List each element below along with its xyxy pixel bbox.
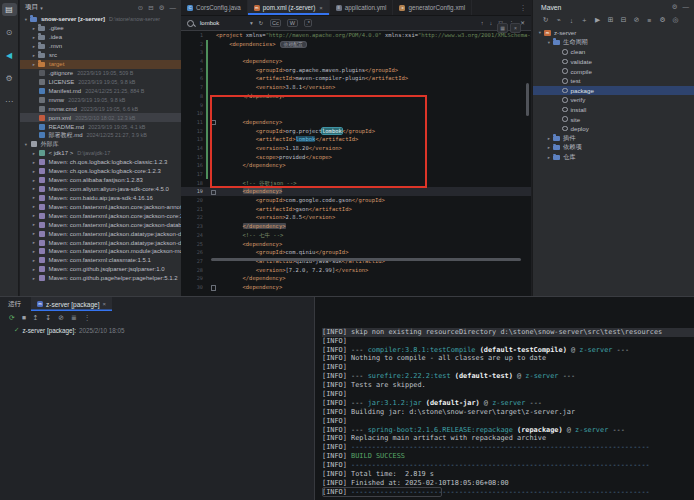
project-tree-item[interactable]: 部署教程.md2024/12/25 21:27, 3.9 kB	[20, 131, 181, 140]
previous-occurrence-icon[interactable]: ↥	[33, 314, 39, 322]
maven-tree-item[interactable]: site	[533, 114, 694, 124]
project-panel-title[interactable]: 项目	[25, 3, 38, 12]
maven-tree-item[interactable]: ▾生命周期	[533, 38, 694, 48]
code-line[interactable]: 16 </dependency>	[181, 161, 531, 170]
inspections-icon[interactable]: ▦	[497, 23, 508, 33]
expand-arrow-icon[interactable]: ▾	[537, 30, 543, 35]
project-tree-item[interactable]: ▸Maven: com.fasterxml.jackson.core:jacks…	[20, 211, 181, 220]
project-tree-item[interactable]: ▸Maven: com.aliyun:aliyun-java-sdk-core:…	[20, 185, 181, 194]
code-line[interactable]: 19 <dependency>	[181, 187, 531, 196]
hide-widget-icon[interactable]: ×	[510, 23, 521, 33]
code-line[interactable]: 24 <!-- 七牛 -->	[181, 231, 531, 240]
code-line[interactable]: 26 <groupId>com.qiniu</groupId>	[181, 248, 531, 257]
tabs-more-icon[interactable]: ⋮	[515, 0, 531, 15]
code-line[interactable]: 17	[181, 170, 531, 179]
expand-arrow-icon[interactable]: ▸	[546, 136, 552, 141]
project-tree-item[interactable]: ▸.mvn	[20, 42, 181, 51]
code-line[interactable]: 15 <scope>provided</scope>	[181, 153, 531, 162]
console-prompt-box[interactable]	[322, 487, 442, 497]
generate-sources-icon[interactable]: ⌁	[554, 16, 563, 24]
expand-arrow-icon[interactable]: ▸	[31, 213, 37, 218]
project-tree-item[interactable]: Manifest.md2024/12/25 21:25, 884 B	[20, 86, 181, 95]
vertical-scrollbar[interactable]	[526, 83, 529, 116]
maven-tree-item[interactable]: ▸依赖项	[533, 143, 694, 153]
code-line[interactable]: 8 </dependency>	[181, 92, 531, 101]
expand-arrow-icon[interactable]: ▾	[23, 142, 29, 147]
collapse-all-icon[interactable]: ⊟	[148, 4, 153, 11]
maven-tree-item[interactable]: test	[533, 76, 694, 86]
stop-icon[interactable]: ■	[22, 314, 26, 322]
project-tree-item[interactable]: ▸Maven: com.fasterxml.jackson.datatype:j…	[20, 229, 181, 238]
match-case-icon[interactable]: Cc	[270, 19, 282, 27]
settings-icon[interactable]: ⚙	[2, 72, 17, 85]
expand-arrow-icon[interactable]: ▸	[31, 35, 37, 40]
project-tree-item[interactable]: ▸< jdk17 >D:\java\jdk-17	[20, 149, 181, 158]
expand-arrow-icon[interactable]: ▸	[546, 155, 552, 160]
search-history-icon[interactable]: ▾	[250, 20, 253, 26]
expand-arrow-icon[interactable]: ▾	[546, 40, 552, 45]
editor-tab[interactable]: ≡application.yml	[330, 0, 394, 15]
expand-arrow-icon[interactable]: ▸	[31, 258, 37, 263]
editor-tab[interactable]: mpom.xml (z-server)×	[248, 0, 330, 15]
horizontal-scrollbar[interactable]	[211, 258, 521, 261]
project-tree-item[interactable]: ▸target	[20, 60, 181, 69]
expand-arrow-icon[interactable]: ▸	[31, 62, 37, 67]
code-line[interactable]: 3	[181, 48, 531, 57]
code-line[interactable]: 7 <version>3.8.1</version>	[181, 83, 531, 92]
rerun-icon[interactable]: ⟳	[9, 314, 15, 322]
project-tree-item[interactable]: ▾外部库	[20, 140, 181, 149]
whole-words-icon[interactable]: W	[287, 19, 297, 27]
maven-tree-item[interactable]: compile	[533, 66, 694, 76]
skip-tests-icon[interactable]: ⊘	[632, 16, 641, 24]
locate-file-icon[interactable]: ⊙	[138, 4, 143, 11]
code-line[interactable]: 4 <dependency>	[181, 57, 531, 66]
project-icon[interactable]: ▤	[2, 3, 17, 16]
execute-goal-icon[interactable]: ◎	[671, 16, 680, 24]
code-line[interactable]: 30 <dependency>	[181, 283, 531, 292]
expand-arrow-icon[interactable]: ▸	[31, 178, 37, 183]
code-line[interactable]: 10	[181, 109, 531, 118]
maven-tree-item[interactable]: ▾mz-server	[533, 28, 694, 38]
soft-wrap-icon[interactable]: ≣	[71, 314, 77, 322]
project-tree-item[interactable]: ▸Maven: ch.qos.logback:logback-classic:1…	[20, 158, 181, 167]
expand-arrow-icon[interactable]: ▸	[546, 145, 552, 150]
expand-arrow-icon[interactable]: ▸	[31, 186, 37, 191]
expand-arrow-icon[interactable]: ▸	[31, 195, 37, 200]
close-search-icon[interactable]: ✕	[520, 20, 525, 26]
project-tree-item[interactable]: ▸Maven: com.alibaba:fastjson:1.2.83	[20, 176, 181, 185]
code-line[interactable]: 14 <version>1.18.20</version>	[181, 144, 531, 153]
commit-icon[interactable]: ⊙	[2, 26, 17, 39]
reimport-maven-icon[interactable]: ↻	[541, 16, 550, 24]
close-tab-icon[interactable]: ×	[319, 5, 323, 11]
code-line[interactable]: 28 <version>[7.2.0, 7.2.99]</version>	[181, 266, 531, 275]
project-tree-item[interactable]: ▸Maven: com.fasterxml.jackson.core:jacks…	[20, 202, 181, 211]
maven-tree-item[interactable]: validate	[533, 57, 694, 67]
expand-arrow-icon[interactable]: ▸	[31, 249, 37, 254]
project-tree-item[interactable]: .gitignore2023/9/19 19:05, 509 B	[20, 69, 181, 78]
maven-settings-icon[interactable]: ⚙	[658, 16, 667, 24]
expand-arrow-icon[interactable]: ▸	[31, 222, 37, 227]
more-icon[interactable]: ⋮	[84, 314, 91, 322]
hide-panel-icon[interactable]: —	[170, 4, 177, 11]
download-sources-icon[interactable]: ↓	[567, 17, 576, 24]
code-line[interactable]: 23 </dependency>	[181, 222, 531, 231]
project-tree-item[interactable]: ▸Maven: com.fasterxml.jackson.module:jac…	[20, 247, 181, 256]
close-tab-icon[interactable]: ×	[102, 301, 106, 307]
maven-settings-icon[interactable]: ⚙	[672, 3, 678, 10]
maven-tree-item[interactable]: clean	[533, 47, 694, 57]
project-tree-item[interactable]: mvnw2023/9/19 19:05, 9.8 kB	[20, 95, 181, 104]
expand-arrow-icon[interactable]: ▸	[31, 240, 37, 245]
code-line[interactable]: 2 <dependencies>依赖配置	[181, 40, 531, 49]
run-panel-title[interactable]: 运行	[8, 300, 21, 309]
code-line[interactable]: 9	[181, 101, 531, 110]
expand-arrow-icon[interactable]: ▸	[31, 26, 37, 31]
project-tree-item[interactable]: ▸Maven: com.fasterxml.jackson.core:jacks…	[20, 220, 181, 229]
project-tree-item[interactable]: ▸.gitee	[20, 24, 181, 33]
add-maven-project-icon[interactable]: ＋	[580, 15, 589, 25]
hide-panel-icon[interactable]: —	[683, 3, 690, 10]
expand-arrow-icon[interactable]: ▸	[31, 276, 37, 281]
project-tree-item[interactable]: LICENSE2023/9/19 19:05, 9.8 kB	[20, 77, 181, 86]
project-tree-item[interactable]: ▾snow-server [z-server]D:\stone\snow-ser…	[20, 15, 181, 24]
maven-tree-item[interactable]: verify	[533, 95, 694, 105]
new-line-icon[interactable]: ↻	[259, 20, 264, 26]
